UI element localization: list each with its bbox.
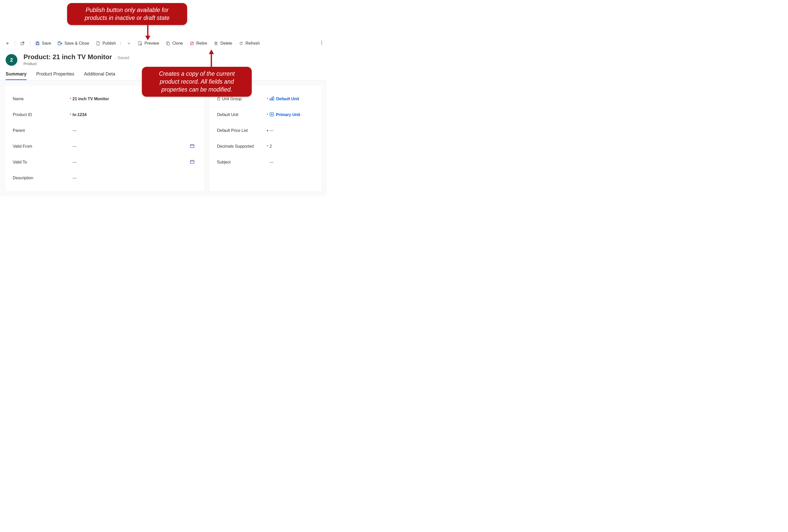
decimals-field[interactable]: 2: [270, 144, 314, 149]
required-marker: *: [265, 144, 270, 148]
save-status: - Saved: [115, 56, 129, 60]
svg-marker-3: [209, 49, 214, 54]
popout-button[interactable]: [17, 40, 28, 47]
svg-rect-23: [191, 145, 194, 148]
recommended-marker: +: [265, 128, 270, 132]
split-divider: |: [120, 41, 121, 46]
unit-group-lookup-icon: [270, 96, 274, 102]
stage-number: 2: [10, 57, 13, 63]
popout-icon: [20, 41, 25, 46]
name-field[interactable]: 21 inch TV Monitor: [73, 97, 197, 101]
description-label: Description: [13, 176, 33, 180]
decimals-label: Decimals Supported: [217, 144, 254, 149]
parent-field[interactable]: ---: [73, 128, 197, 133]
unit-section: Unit Group * Default Unit Default Unit *: [209, 85, 322, 191]
svg-rect-34: [273, 97, 274, 100]
svg-rect-32: [270, 99, 271, 100]
svg-rect-12: [168, 43, 170, 45]
annotation-clone: Creates a copy of the current product re…: [142, 67, 252, 97]
clone-label: Clone: [172, 41, 183, 46]
annotation-publish: Publish button only available for produc…: [67, 3, 187, 25]
preview-icon: [138, 41, 142, 46]
annotation-publish-text: Publish button only available for produc…: [85, 7, 170, 21]
required-marker: *: [265, 97, 270, 101]
publish-label: Publish: [102, 41, 116, 46]
retire-button[interactable]: Retire: [186, 40, 210, 47]
unit-group-field[interactable]: Default Unit: [270, 96, 314, 102]
back-arrow-icon: [5, 41, 10, 46]
svg-rect-33: [271, 98, 272, 100]
record-header: 2 Product: 21 inch TV Monitor - Saved Pr…: [0, 48, 327, 66]
product-id-field[interactable]: tv-1234: [73, 112, 197, 117]
entity-name: Product: [23, 61, 129, 66]
default-unit-label: Default Unit: [217, 112, 238, 117]
svg-rect-7: [37, 42, 38, 43]
svg-point-20: [321, 41, 322, 41]
subject-label: Subject: [217, 160, 231, 164]
required-marker: *: [68, 97, 73, 101]
svg-line-14: [191, 42, 193, 44]
refresh-label: Refresh: [245, 41, 260, 46]
svg-point-22: [321, 44, 322, 44]
delete-icon: [214, 41, 218, 46]
svg-rect-6: [37, 44, 39, 45]
svg-rect-8: [58, 42, 60, 43]
required-marker: *: [265, 113, 270, 117]
lock-icon: [217, 97, 220, 102]
publish-icon: [96, 41, 100, 46]
parent-label: Parent: [13, 128, 25, 133]
calendar-icon[interactable]: [190, 159, 197, 165]
save-icon: [35, 41, 40, 46]
retire-icon: [190, 41, 194, 46]
default-unit-field[interactable]: Primary Unit: [270, 112, 314, 118]
price-list-label: Default Price List: [217, 128, 248, 133]
svg-point-9: [140, 43, 141, 44]
price-list-field[interactable]: ---: [270, 128, 314, 133]
required-marker: *: [68, 113, 73, 117]
valid-from-label: Valid From: [13, 144, 32, 149]
preview-label: Preview: [144, 41, 159, 46]
separator: [30, 41, 30, 46]
annotation-arrow-1: [145, 22, 150, 41]
form-body: Name * 21 inch TV Monitor Product ID * t…: [0, 80, 327, 197]
svg-rect-31: [217, 98, 220, 100]
chevron-down-icon[interactable]: [126, 41, 131, 46]
annotation-clone-text: Creates a copy of the current product re…: [159, 70, 235, 93]
svg-rect-15: [215, 43, 217, 45]
unit-group-label: Unit Group: [222, 97, 241, 101]
delete-label: Delete: [220, 41, 232, 46]
general-section: Name * 21 inch TV Monitor Product ID * t…: [5, 85, 204, 191]
stage-indicator[interactable]: 2: [6, 54, 17, 66]
tab-summary[interactable]: Summary: [6, 71, 26, 80]
tab-product-properties[interactable]: Product Properties: [36, 71, 74, 80]
description-field[interactable]: ---: [73, 176, 197, 180]
record-title: Product: 21 inch TV Monitor: [23, 53, 112, 61]
publish-button[interactable]: Publish |: [93, 40, 134, 47]
product-id-label: Product ID: [13, 112, 32, 117]
overflow-menu[interactable]: [319, 39, 325, 47]
delete-button[interactable]: Delete: [211, 40, 235, 47]
subject-field[interactable]: ---: [270, 160, 314, 164]
save-button[interactable]: Save: [32, 40, 54, 47]
retire-label: Retire: [196, 41, 207, 46]
refresh-button[interactable]: Refresh: [236, 40, 263, 47]
tab-additional-details[interactable]: Additional Deta: [84, 71, 115, 80]
svg-point-21: [321, 42, 322, 43]
save-close-icon: [58, 41, 62, 46]
save-label: Save: [42, 41, 51, 46]
valid-from-field[interactable]: ---: [73, 144, 190, 149]
calendar-icon[interactable]: [190, 144, 197, 149]
clone-button[interactable]: Clone: [163, 40, 186, 47]
save-close-label: Save & Close: [64, 41, 89, 46]
name-label: Name: [13, 97, 24, 101]
annotation-arrow-2: [209, 49, 214, 69]
default-unit-lookup-icon: [270, 112, 274, 118]
valid-to-field[interactable]: ---: [73, 160, 190, 164]
clone-icon: [166, 41, 170, 46]
save-close-button[interactable]: Save & Close: [55, 40, 92, 47]
svg-rect-27: [191, 160, 194, 163]
svg-marker-1: [145, 36, 150, 40]
refresh-icon: [239, 41, 243, 46]
back-button[interactable]: [2, 40, 13, 47]
valid-to-label: Valid To: [13, 160, 27, 164]
